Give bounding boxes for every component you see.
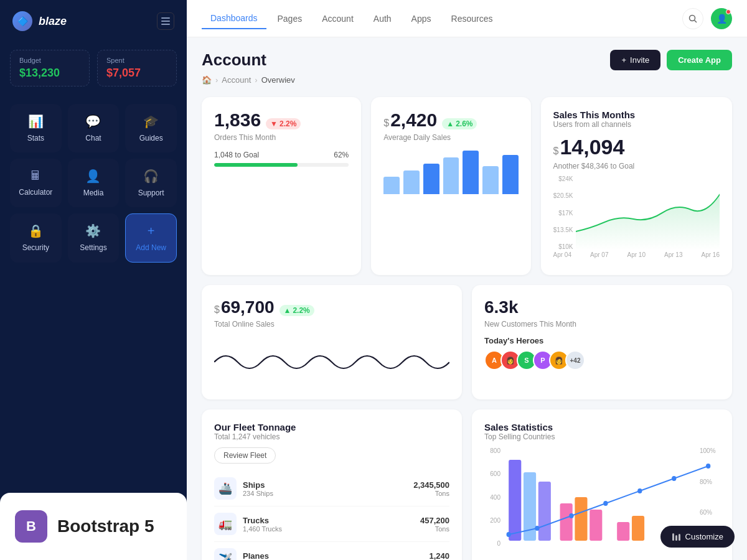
heroes-avatars: A 👩 S P 👩 +42 <box>484 350 720 370</box>
sidebar-item-label: Add New <box>136 243 166 252</box>
online-sales-value: 69,700 <box>221 297 275 317</box>
progress-fill <box>214 163 298 167</box>
add-new-icon: + <box>148 224 155 238</box>
svg-rect-21 <box>675 535 677 541</box>
customize-icon <box>672 533 680 541</box>
tab-account[interactable]: Account <box>313 9 362 29</box>
budget-label: Budget <box>19 57 80 64</box>
sidebar-item-label: Security <box>22 243 49 252</box>
invite-button[interactable]: + Invite <box>610 50 660 70</box>
breadcrumb-account[interactable]: Account <box>222 75 251 85</box>
sidebar-item-stats[interactable]: 📊 Stats <box>10 104 62 152</box>
bootstrap-icon: B <box>15 510 47 543</box>
sales-stats-subtitle: Top Selling Countries <box>484 432 720 441</box>
ships-count: 234 Ships <box>243 490 273 497</box>
trucks-unit: Tons <box>420 525 449 533</box>
create-app-button[interactable]: Create App <box>667 50 732 70</box>
topnav: Dashboards Pages Account Auth Apps Resou… <box>187 0 747 37</box>
sidebar-item-security[interactable]: 🔒 Security <box>10 213 62 263</box>
online-up-icon: ▲ <box>284 306 291 315</box>
bootstrap-label: Bootstrap 5 <box>57 516 154 536</box>
tab-auth[interactable]: Auth <box>365 9 400 29</box>
bar-2 <box>403 170 420 195</box>
main-content: Dashboards Pages Account Auth Apps Resou… <box>187 0 747 560</box>
fleet-item-planes: ✈️ Planes 8 Aircrafts 1,240 Tons <box>214 542 449 560</box>
review-fleet-button[interactable]: Review Fleet <box>214 447 276 464</box>
sidebar-item-calculator[interactable]: 🖩 Calculator <box>10 159 62 207</box>
up-arrow-icon: ▲ <box>446 119 454 128</box>
tab-resources[interactable]: Resources <box>443 9 502 29</box>
online-sales-label: Total Online Sales <box>214 320 449 329</box>
daily-sales-value: 2,420 <box>390 110 437 131</box>
bar-4 <box>443 157 459 195</box>
svg-rect-20 <box>672 533 674 541</box>
customers-value: 6.3k <box>484 297 720 317</box>
svg-rect-10 <box>590 510 602 541</box>
sidebar-header: 🔷 blaze <box>0 0 187 42</box>
daily-sales-card: $ 2,420 ▲ 2.6% Average Daily Sales <box>371 97 530 275</box>
ships-unit: Tons <box>413 490 449 497</box>
customize-button[interactable]: Customize <box>660 526 735 548</box>
tab-dashboards[interactable]: Dashboards <box>202 8 266 29</box>
new-customers-card: 6.3k New Customers This Month Today's He… <box>472 285 732 399</box>
search-button[interactable] <box>682 8 703 29</box>
sidebar-item-label: Support <box>138 189 164 197</box>
sidebar-bottom: B Bootstrap 5 <box>0 493 187 560</box>
security-icon: 🔒 <box>28 223 44 238</box>
svg-point-14 <box>535 526 539 531</box>
budget-card: Budget $13,230 <box>10 50 90 86</box>
support-icon: 🎧 <box>143 169 159 184</box>
trucks-icon: 🚛 <box>214 513 237 535</box>
fleet-item-trucks: 🚛 Trucks 1,460 Trucks 457,200 Tons <box>214 506 449 542</box>
tab-pages[interactable]: Pages <box>269 9 311 29</box>
customers-label: New Customers This Month <box>484 320 720 329</box>
svg-rect-2 <box>161 24 170 25</box>
daily-sales-label: Average Daily Sales <box>383 133 518 142</box>
sidebar-item-label: Settings <box>80 243 106 252</box>
sidebar-item-support[interactable]: 🎧 Support <box>125 159 177 207</box>
sidebar: 🔷 blaze Budget $13,230 Spent $7,057 📊 St… <box>0 0 187 560</box>
online-sales-card: $ 69,700 ▲ 2.2% Total Online Sales <box>202 285 462 399</box>
svg-line-4 <box>695 20 697 22</box>
planes-value: 1,240 <box>429 551 449 561</box>
fleet-list: 🚢 Ships 234 Ships 2,345,500 Tons <box>214 471 449 560</box>
calculator-icon: 🖩 <box>29 169 42 183</box>
sales-month-title: Sales This Months <box>553 110 720 120</box>
ships-icon: 🚢 <box>214 477 237 500</box>
orders-label: Orders This Month <box>214 133 349 142</box>
progress-goal-label: 1,048 to Goal <box>214 151 259 159</box>
hero-avatar-count: +42 <box>565 350 585 370</box>
planes-name: Planes <box>243 551 273 561</box>
svg-rect-5 <box>509 460 521 541</box>
sidebar-item-settings[interactable]: ⚙️ Settings <box>68 213 120 263</box>
sidebar-item-media[interactable]: 👤 Media <box>68 159 120 207</box>
sidebar-item-label: Stats <box>27 134 44 142</box>
orders-badge: ▼ 2.2% <box>266 118 301 129</box>
trucks-name: Trucks <box>243 516 282 525</box>
dollar-prefix: $ <box>383 118 389 129</box>
svg-rect-22 <box>679 534 680 541</box>
progress-pct: 62% <box>334 151 349 159</box>
tab-apps[interactable]: Apps <box>403 9 440 29</box>
sales-goal-note: Another $48,346 to Goal <box>553 162 720 170</box>
svg-point-18 <box>672 476 676 481</box>
nav-grid: 📊 Stats 💬 Chat 🎓 Guides 🖩 Calculator 👤 M… <box>0 94 187 273</box>
sidebar-item-chat[interactable]: 💬 Chat <box>68 104 120 152</box>
page-header: Account + Invite Create App <box>202 50 732 70</box>
breadcrumb-current: Overwiev <box>261 75 295 85</box>
sidebar-menu-button[interactable] <box>157 12 174 30</box>
sidebar-item-add-new[interactable]: + Add New <box>125 213 177 263</box>
svg-rect-1 <box>161 21 170 22</box>
svg-rect-7 <box>538 482 551 541</box>
svg-rect-8 <box>560 503 573 541</box>
down-arrow-icon: ▼ <box>270 119 278 128</box>
settings-icon: ⚙️ <box>85 223 101 238</box>
user-avatar[interactable]: 👤 <box>711 8 732 29</box>
bottom-row: Our Fleet Tonnage Total 1,247 vehicles R… <box>202 409 732 560</box>
svg-rect-9 <box>575 497 587 541</box>
breadcrumb-home-icon: 🏠 <box>202 75 212 85</box>
topnav-right: 👤 <box>682 8 732 29</box>
sidebar-item-guides[interactable]: 🎓 Guides <box>125 104 177 152</box>
sales-month-subtitle: Users from all channels <box>553 120 720 129</box>
chat-icon: 💬 <box>85 114 101 129</box>
